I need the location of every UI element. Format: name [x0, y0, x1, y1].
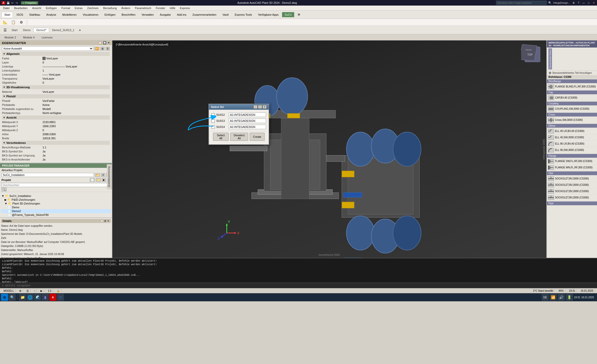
props-view-btn1[interactable]: ⊞ — [100, 47, 104, 51]
details-btn1[interactable]: 📋 — [100, 220, 103, 222]
tab-verwalten[interactable]: Verwalten — [139, 12, 156, 17]
status-play[interactable]: ▶ — [39, 289, 44, 292]
status-grid1[interactable]: ⊞ — [18, 289, 23, 292]
tab-module-demo2[interactable]: Demo2* — [34, 28, 49, 32]
rp-item-sockolet4[interactable]: SOCKOLET,BV,3000 (CS300) — [547, 195, 597, 201]
create-button[interactable]: Create — [250, 133, 265, 141]
menu-bemaszung[interactable]: Bemaßung — [101, 6, 119, 10]
settings-btn[interactable]: ⚙ — [572, 1, 575, 5]
tree-item-demo[interactable]: 📄 Demo — [1, 206, 111, 209]
maximize-btn[interactable]: □ — [587, 1, 590, 5]
rp-item-ell90-sw[interactable]: ELL 90,SW,3000 (CS300) — [547, 147, 597, 153]
add-tab-btn[interactable]: + — [77, 28, 82, 33]
tab-modellieren[interactable]: Modellieren — [60, 12, 79, 17]
pm-more-btn[interactable]: ▶ — [102, 178, 106, 182]
tab-analyse[interactable]: Analyse — [44, 12, 59, 17]
tree-item-frame[interactable]: 📄 @Frame_Typicals_StützeF80 — [1, 213, 111, 217]
save-btn[interactable]: 💾 — [6, 1, 10, 5]
tab-ausgabe[interactable]: Ausgabe — [157, 12, 173, 17]
taskbar-terminal-btn[interactable]: ▮ — [42, 294, 49, 301]
close-btn[interactable]: ✕ — [592, 1, 595, 5]
tab-module2[interactable]: Module 2 — [2, 35, 18, 39]
status-lock[interactable]: 🔒 — [55, 289, 61, 292]
tree-item-demo2[interactable]: 📄 Demo2 — [1, 209, 111, 213]
rp-item-sockolet2[interactable]: SOCKOLET,BV,3000 (CS300) — [547, 182, 597, 188]
pm-search-input[interactable] — [2, 183, 110, 187]
tree-item-pid[interactable]: ▶ 📁 P&ID-Zeichnungen — [1, 198, 111, 202]
tab-vault[interactable]: Vault — [220, 12, 231, 17]
rp-section-pipe[interactable]: Pipe — [547, 201, 597, 205]
menu-einfuegen[interactable]: Einfügen — [44, 6, 59, 10]
pm-browse-btn[interactable]: 📂 — [95, 173, 100, 177]
tab-module-demo2-su[interactable]: Demo2_SU013_1 — [50, 28, 77, 32]
rp-section-flange[interactable]: Flange — [547, 154, 597, 158]
dialog-minimize-btn[interactable]: — — [253, 105, 258, 109]
status-modell[interactable]: MODELL — [2, 289, 16, 292]
pm-open-btn[interactable]: 📁 — [96, 178, 101, 182]
status-grid3[interactable]: :: — [32, 289, 37, 292]
tab-verfuegbare-apps[interactable]: Verfügbare Apps — [255, 12, 281, 17]
taskbar-edge-btn[interactable]: 🌊 — [34, 294, 41, 301]
section-plotstil[interactable]: ▼ Plotstil — [2, 94, 110, 98]
tab-module-demo[interactable]: Demo — [20, 28, 33, 32]
search-taskbar-btn[interactable]: 🔍 — [9, 294, 16, 301]
search-input[interactable] — [496, 1, 547, 5]
rp-item-ell45-sw[interactable]: ELL 45,SW,3000 (CS300) — [547, 134, 597, 141]
menu-aendern[interactable]: Ändern — [119, 6, 132, 10]
rp-item-ell90-bv[interactable]: ELL 90 LR,BV,40 (CS300) — [547, 141, 597, 147]
tab-module4[interactable]: Module 4 — [20, 35, 37, 39]
menu-express[interactable]: Express — [178, 6, 192, 10]
rp-item-flange-sw[interactable]: FLANGE SW,FL,RF,300 (CS300) — [547, 158, 597, 165]
pm-search-btn[interactable]: 🔍 — [2, 188, 7, 191]
tab-stahlbau[interactable]: Stahlbau — [27, 12, 43, 17]
dialog-close-btn[interactable]: ✕ — [263, 105, 267, 109]
tab-grid[interactable]: ⊞ — [295, 12, 303, 17]
taskbar-chrome-btn[interactable]: 🌐 — [27, 294, 34, 301]
status-scale[interactable]: 1:1 — [46, 289, 53, 292]
rp-item-flange-wn[interactable]: FLANGE WN,FL,RF,300 (CS300) — [547, 165, 597, 171]
su014-value[interactable] — [229, 125, 266, 129]
menu-zeichnen[interactable]: Zeichnen — [85, 6, 100, 10]
rp-section-blindflange[interactable]: Blindflange — [547, 79, 597, 83]
su013-value[interactable] — [229, 119, 266, 123]
rp-section-coupling[interactable]: Coupling — [547, 102, 597, 105]
tab-zusammenarbeiten[interactable]: Zusammenarbeiten — [190, 12, 219, 17]
selection-dropdown[interactable]: Keine Auswahl — [2, 46, 93, 51]
tab-module-start[interactable]: Start — [9, 28, 20, 32]
minimize-btn[interactable]: — — [582, 1, 585, 5]
dialog-maximize-btn[interactable]: □ — [258, 105, 262, 109]
tab-addins[interactable]: Add-ins — [174, 12, 189, 17]
taskbar-autocad-btn[interactable]: A — [49, 294, 56, 301]
rp-item-cross[interactable]: Cross,SW,3000 (CS300) — [547, 117, 597, 123]
toolbar-icon2[interactable]: 📋 — [10, 19, 17, 26]
taskbar-file-btn[interactable]: 📁 — [19, 294, 26, 301]
props-filter-btn[interactable]: 🔽 — [94, 47, 99, 51]
tree-item-sucri[interactable]: ▼ 📁 SuCri_Installation — [1, 194, 111, 198]
properties-header[interactable]: EIGENSCHAFTEN 📋 🔲 ✕ — [0, 40, 112, 45]
rp-item-sockolet1[interactable]: SOCKOLET,BV,3000 (CS300) — [547, 176, 597, 182]
rp-section-elbow[interactable]: Elbow — [547, 124, 597, 128]
section-verschiedenes[interactable]: ▼ Verschiedenes — [2, 141, 110, 145]
systray-volume[interactable]: 🔊 — [558, 294, 565, 301]
tree-item-plant3d[interactable]: ▼ 📁 Plant 3D-Zeichnungen — [1, 202, 111, 206]
su012-value[interactable] — [229, 112, 266, 117]
tab-einfuegen[interactable]: Einfügen — [102, 12, 118, 17]
props-view-btn2[interactable]: ☰ — [105, 47, 110, 51]
menu-bearbeiten[interactable]: Bearbeiten — [12, 6, 30, 10]
status-grid2[interactable]: ||| — [25, 289, 30, 292]
help-btn[interactable]: ? — [577, 1, 580, 5]
tab-isos[interactable]: ISOS — [14, 12, 26, 17]
qualitaetssicherung-tab[interactable]: Qualitätssicherung — [107, 164, 111, 189]
nav-menu-btn[interactable]: ☰ — [2, 27, 9, 34]
rp-item-flange-blind[interactable]: FLANGE BLIND,FL,RF,300 (CS300) — [547, 84, 597, 90]
menu-parametrisch[interactable]: Parametrisch — [133, 6, 153, 10]
props-btn2[interactable]: 🔲 — [103, 41, 106, 44]
section-ansicht[interactable]: ▼ Ansicht — [2, 116, 110, 120]
menu-format[interactable]: Format — [59, 6, 72, 10]
pm-new-btn[interactable]: 📄 — [90, 178, 95, 182]
redo-btn[interactable]: ↪ — [15, 1, 18, 5]
tab-visualisieren[interactable]: Visualisieren — [80, 12, 101, 17]
rp-section-cap[interactable]: Cap — [547, 90, 597, 94]
menu-ansicht[interactable]: Ansicht — [30, 6, 43, 10]
nav-cube[interactable]: TOP FRONT — [521, 43, 544, 66]
